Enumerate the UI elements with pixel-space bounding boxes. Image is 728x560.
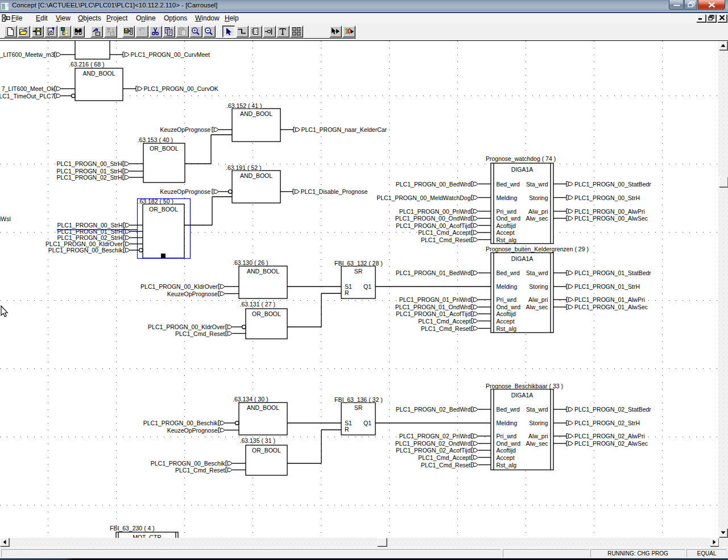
svg-text:Bed_wrd: Bed_wrd [497, 406, 520, 413]
svg-text:PLC1_PROGN_01_PriWrd: PLC1_PROGN_01_PriWrd [399, 296, 471, 303]
svg-text:KeuzeOpPrognose: KeuzeOpPrognose [167, 291, 218, 297]
svg-text:PLC1_PROGN_02_AlwPri: PLC1_PROGN_02_AlwPri [574, 433, 645, 439]
svg-text:Alw_sec: Alw_sec [526, 440, 548, 447]
svg-text:PLC1_PROGN_00_CurvMeet: PLC1_PROGN_00_CurvMeet [131, 51, 210, 58]
svg-text:PLC1_PROGN_02_PriWrd: PLC1_PROGN_02_PriWrd [399, 433, 471, 439]
svg-text:PLC1_Cmd_Accept: PLC1_Cmd_Accept [418, 454, 470, 461]
svg-text:PLC1_PROGN_00_Beschik: PLC1_PROGN_00_Beschik [143, 420, 218, 426]
svg-text:PLC1_PROGN_02_AlwSec: PLC1_PROGN_02_AlwSec [574, 440, 648, 447]
svg-text:KeuzeOpPrognose: KeuzeOpPrognose [167, 427, 218, 434]
svg-text:S1: S1 [345, 283, 352, 290]
svg-text:PLC1_PROGN_00_OndWrd: PLC1_PROGN_00_OndWrd [395, 215, 471, 222]
svg-text:Rst_alg: Rst_alg [497, 237, 517, 243]
svg-text:Accept: Accept [497, 454, 515, 461]
svg-text:OR_BOOL: OR_BOOL [149, 206, 178, 213]
svg-text:Acoftijd: Acoftijd [497, 222, 516, 229]
svg-text:Sta_wrd: Sta_wrd [526, 406, 548, 413]
svg-text:PLC1_PROGN_01_AlwPri: PLC1_PROGN_01_AlwPri [574, 296, 645, 303]
svg-text:PLC1_PROGN_00_AlwPri: PLC1_PROGN_00_AlwPri [574, 208, 645, 215]
svg-text:PLC1_Cmd_Accept: PLC1_Cmd_Accept [418, 229, 470, 236]
svg-text:PLC1_PROGN_01_AlwSec: PLC1_PROGN_01_AlwSec [574, 304, 648, 310]
svg-text:Sta_wrd: Sta_wrd [526, 181, 548, 188]
svg-text:Rst_alg: Rst_alg [497, 325, 517, 332]
svg-text:.63.216 ( 68 ): .63.216 ( 68 ) [69, 61, 104, 68]
svg-text:FBI_63_132 ( 28 ): FBI_63_132 ( 28 ) [334, 260, 383, 267]
svg-text:PLC1_PROGN_00_BedWrd: PLC1_PROGN_00_BedWrd [396, 181, 471, 188]
svg-text:Pri_wrd: Pri_wrd [497, 296, 517, 303]
svg-text:DIGA1A: DIGA1A [511, 392, 533, 399]
svg-text:Pri_wrd: Pri_wrd [497, 433, 517, 439]
svg-text:DIGA1A: DIGA1A [511, 166, 533, 173]
svg-text:PLC1_PROGN_02_StrH: PLC1_PROGN_02_StrH [57, 174, 122, 181]
svg-text:SR: SR [354, 268, 363, 275]
svg-text:Storing: Storing [529, 283, 548, 290]
svg-text:PLC1_Cmd_Reset: PLC1_Cmd_Reset [421, 237, 471, 243]
svg-text:PLC1_PROGN_00_AcofTijd: PLC1_PROGN_00_AcofTijd [396, 222, 471, 229]
svg-text:Storing: Storing [529, 194, 548, 201]
svg-text:S1: S1 [345, 420, 352, 426]
svg-text:PLC1_TimeOut_PLC7: PLC1_TimeOut_PLC7 [0, 93, 55, 99]
svg-text:FBI_63_230 ( 4 ): FBI_63_230 ( 4 ) [110, 525, 155, 532]
svg-text:PLC1_Disable_Prognose: PLC1_Disable_Prognose [301, 188, 368, 195]
svg-text:Rst_alg: Rst_alg [497, 462, 517, 468]
svg-text:DIGA1A: DIGA1A [511, 255, 533, 262]
svg-text:PLC1_PROGN_00_Beschik: PLC1_PROGN_00_Beschik [48, 247, 123, 254]
svg-text:Melding: Melding [497, 194, 518, 201]
svg-text:PLC1_PROGN_00_StatBedr: PLC1_PROGN_00_StatBedr [574, 181, 651, 188]
svg-text:Melding: Melding [497, 283, 518, 290]
svg-text:PLC1_PROGN_00_Beschik: PLC1_PROGN_00_Beschik [151, 460, 225, 467]
svg-text:Prognose_Beschikbaar ( 33 ): Prognose_Beschikbaar ( 33 ) [486, 383, 563, 389]
svg-text:PLC1_Cmd_Reset: PLC1_Cmd_Reset [175, 330, 225, 337]
svg-text:PLC1_PROGN_01_AcofTijd: PLC1_PROGN_01_AcofTijd [396, 310, 471, 317]
svg-text:PLC1_PROGN_01_StrH: PLC1_PROGN_01_StrH [574, 283, 640, 290]
svg-text:Ond_wrd: Ond_wrd [497, 440, 521, 447]
svg-text:PLC1_Cmd_Accept: PLC1_Cmd_Accept [418, 318, 470, 325]
svg-text:PLC1_PROGN_00_PriWrd: PLC1_PROGN_00_PriWrd [399, 208, 471, 215]
svg-text:Prognose_watchdog ( 74 ): Prognose_watchdog ( 74 ) [486, 155, 556, 162]
svg-text:PLC1_PROGN_00_KldrOver: PLC1_PROGN_00_KldrOver [140, 283, 218, 290]
svg-text:.63.191 ( 52 ): .63.191 ( 52 ) [226, 164, 261, 171]
svg-text:Alw_pri: Alw_pri [528, 296, 548, 303]
svg-text:7_LIT600_Meet_Ok: 7_LIT600_Meet_Ok [2, 85, 55, 92]
svg-text:iWsl: iWsl [0, 215, 11, 222]
svg-text:PLC1_PROGN_02_AcofTijd: PLC1_PROGN_02_AcofTijd [396, 447, 471, 454]
svg-text:PLC1_PROGN_02_BedWrd: PLC1_PROGN_02_BedWrd [396, 406, 471, 413]
svg-text:.63.131 ( 27 ): .63.131 ( 27 ) [240, 301, 275, 308]
svg-text:Pri_wrd: Pri_wrd [497, 208, 517, 215]
svg-text:_LIT600_Meetw_m3: _LIT600_Meetw_m3 [0, 51, 55, 58]
svg-text:Melding: Melding [497, 420, 518, 426]
svg-text:AND_BOOL: AND_BOOL [247, 268, 279, 275]
svg-text:Q1: Q1 [363, 283, 371, 290]
svg-text:PLC1_PROGN_00_StrH: PLC1_PROGN_00_StrH [57, 160, 122, 167]
svg-text:PLC1_PROGN_00_AlwSec: PLC1_PROGN_00_AlwSec [574, 215, 648, 222]
svg-text:Ond_wrd: Ond_wrd [497, 304, 521, 310]
svg-text:AND_BOOL: AND_BOOL [240, 110, 272, 117]
svg-text:Alw_pri: Alw_pri [528, 208, 548, 215]
svg-text:SR: SR [354, 404, 363, 411]
svg-text:PLC1_PROGN_02_OndWrd: PLC1_PROGN_02_OndWrd [395, 440, 471, 447]
svg-text:PLC1_PROGN_01_OndWrd: PLC1_PROGN_01_OndWrd [395, 304, 471, 310]
svg-text:Accept: Accept [497, 318, 515, 325]
svg-text:Alw_sec: Alw_sec [526, 304, 548, 310]
svg-text:.63.130 ( 26 ): .63.130 ( 26 ) [233, 259, 268, 266]
svg-text:R: R [345, 289, 349, 296]
svg-text:PLC1_PROGN_01_StatBedr: PLC1_PROGN_01_StatBedr [574, 269, 651, 276]
svg-text:Storing: Storing [529, 420, 548, 426]
svg-text:OR_BOOL: OR_BOOL [252, 310, 281, 317]
svg-text:AND_BOOL: AND_BOOL [82, 70, 115, 77]
svg-text:Accept: Accept [497, 229, 515, 236]
svg-text:KeuzeOpPrognose: KeuzeOpPrognose [160, 126, 210, 133]
svg-text:AND_BOOL: AND_BOOL [240, 172, 272, 179]
svg-text:PLC1_PROGN_00_StrH: PLC1_PROGN_00_StrH [574, 194, 640, 201]
svg-text:PLC1_PROGN_00_MeldWatchDog: PLC1_PROGN_00_MeldWatchDog [377, 194, 471, 201]
svg-text:PLC1_Cmd_Reset: PLC1_Cmd_Reset [175, 467, 225, 474]
svg-text:.63.153 ( 40 ): .63.153 ( 40 ) [138, 136, 173, 143]
svg-text:PLC1_PROGN_00_KldrOver: PLC1_PROGN_00_KldrOver [148, 323, 225, 330]
svg-text:Alw_pri: Alw_pri [528, 433, 548, 439]
svg-text:.63.152 ( 41 ): .63.152 ( 41 ) [226, 102, 262, 109]
svg-text:Alw_sec: Alw_sec [526, 215, 548, 222]
svg-text:FBI_63_136 ( 32 ): FBI_63_136 ( 32 ) [334, 396, 383, 403]
svg-text:Acoftijd: Acoftijd [497, 310, 516, 317]
svg-text:Bed_wrd: Bed_wrd [497, 181, 520, 188]
svg-text:KeuzeOpPrognose: KeuzeOpPrognose [160, 188, 210, 195]
